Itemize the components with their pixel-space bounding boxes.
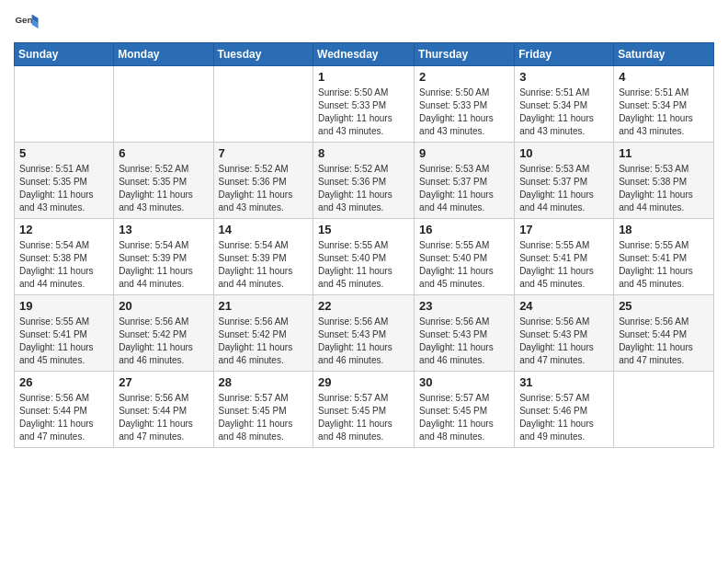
calendar-cell: 3Sunrise: 5:51 AM Sunset: 5:34 PM Daylig… <box>515 66 614 143</box>
day-number: 21 <box>219 299 309 313</box>
day-info: Sunrise: 5:52 AM Sunset: 5:35 PM Dayligh… <box>119 163 208 214</box>
calendar-cell: 21Sunrise: 5:56 AM Sunset: 5:42 PM Dayli… <box>213 295 313 372</box>
calendar-cell <box>15 66 114 143</box>
calendar-cell: 5Sunrise: 5:51 AM Sunset: 5:35 PM Daylig… <box>15 143 114 219</box>
day-number: 5 <box>19 146 108 160</box>
svg-text:Gen: Gen <box>15 15 32 25</box>
calendar-cell: 23Sunrise: 5:56 AM Sunset: 5:43 PM Dayli… <box>415 295 515 372</box>
day-info: Sunrise: 5:54 AM Sunset: 5:39 PM Dayligh… <box>219 239 309 291</box>
day-info: Sunrise: 5:56 AM Sunset: 5:44 PM Dayligh… <box>619 316 709 367</box>
day-number: 24 <box>519 299 609 313</box>
day-info: Sunrise: 5:50 AM Sunset: 5:33 PM Dayligh… <box>318 86 409 138</box>
calendar-week-row: 5Sunrise: 5:51 AM Sunset: 5:35 PM Daylig… <box>15 143 714 219</box>
day-number: 28 <box>219 375 309 389</box>
day-info: Sunrise: 5:56 AM Sunset: 5:42 PM Dayligh… <box>219 316 309 367</box>
day-number: 22 <box>318 299 409 313</box>
calendar-cell: 6Sunrise: 5:52 AM Sunset: 5:35 PM Daylig… <box>114 143 213 219</box>
weekday-header-tuesday: Tuesday <box>213 43 313 66</box>
day-info: Sunrise: 5:52 AM Sunset: 5:36 PM Dayligh… <box>219 163 309 214</box>
day-info: Sunrise: 5:57 AM Sunset: 5:45 PM Dayligh… <box>318 392 409 443</box>
calendar-cell: 11Sunrise: 5:53 AM Sunset: 5:38 PM Dayli… <box>614 143 714 219</box>
weekday-header-row: SundayMondayTuesdayWednesdayThursdayFrid… <box>15 43 714 66</box>
day-info: Sunrise: 5:54 AM Sunset: 5:38 PM Dayligh… <box>19 239 108 291</box>
day-number: 11 <box>619 146 709 160</box>
day-number: 20 <box>119 299 208 313</box>
calendar-cell: 27Sunrise: 5:56 AM Sunset: 5:44 PM Dayli… <box>114 372 213 448</box>
day-number: 25 <box>619 299 709 313</box>
day-info: Sunrise: 5:51 AM Sunset: 5:34 PM Dayligh… <box>519 86 609 138</box>
day-info: Sunrise: 5:56 AM Sunset: 5:43 PM Dayligh… <box>519 316 609 367</box>
day-number: 29 <box>318 375 409 389</box>
logo-icon: Gen <box>14 9 40 35</box>
weekday-header-monday: Monday <box>114 43 213 66</box>
weekday-header-wednesday: Wednesday <box>313 43 415 66</box>
calendar-cell: 10Sunrise: 5:53 AM Sunset: 5:37 PM Dayli… <box>515 143 614 219</box>
calendar-table: SundayMondayTuesdayWednesdayThursdayFrid… <box>14 42 714 448</box>
day-info: Sunrise: 5:55 AM Sunset: 5:40 PM Dayligh… <box>419 239 509 291</box>
day-info: Sunrise: 5:55 AM Sunset: 5:41 PM Dayligh… <box>519 239 609 291</box>
day-info: Sunrise: 5:56 AM Sunset: 5:42 PM Dayligh… <box>119 316 208 367</box>
day-number: 9 <box>419 146 509 160</box>
day-info: Sunrise: 5:51 AM Sunset: 5:35 PM Dayligh… <box>19 163 108 214</box>
day-info: Sunrise: 5:56 AM Sunset: 5:43 PM Dayligh… <box>419 316 509 367</box>
day-number: 16 <box>419 223 509 236</box>
calendar-cell <box>213 66 313 143</box>
day-number: 12 <box>19 223 108 236</box>
weekday-header-saturday: Saturday <box>614 43 714 66</box>
calendar-cell: 29Sunrise: 5:57 AM Sunset: 5:45 PM Dayli… <box>313 372 415 448</box>
calendar-cell: 13Sunrise: 5:54 AM Sunset: 5:39 PM Dayli… <box>114 219 213 295</box>
day-number: 31 <box>519 375 609 389</box>
day-number: 27 <box>119 375 208 389</box>
day-info: Sunrise: 5:51 AM Sunset: 5:34 PM Dayligh… <box>619 86 709 138</box>
weekday-header-thursday: Thursday <box>415 43 515 66</box>
day-info: Sunrise: 5:52 AM Sunset: 5:36 PM Dayligh… <box>318 163 409 214</box>
day-info: Sunrise: 5:56 AM Sunset: 5:44 PM Dayligh… <box>19 392 108 443</box>
calendar-cell: 25Sunrise: 5:56 AM Sunset: 5:44 PM Dayli… <box>614 295 714 372</box>
day-number: 3 <box>519 70 609 84</box>
calendar-cell: 7Sunrise: 5:52 AM Sunset: 5:36 PM Daylig… <box>213 143 313 219</box>
calendar-cell: 2Sunrise: 5:50 AM Sunset: 5:33 PM Daylig… <box>415 66 515 143</box>
calendar-cell: 9Sunrise: 5:53 AM Sunset: 5:37 PM Daylig… <box>415 143 515 219</box>
page-header: Gen <box>14 9 714 35</box>
day-number: 6 <box>119 146 208 160</box>
day-info: Sunrise: 5:56 AM Sunset: 5:43 PM Dayligh… <box>318 316 409 367</box>
calendar-cell <box>614 372 714 448</box>
day-info: Sunrise: 5:53 AM Sunset: 5:37 PM Dayligh… <box>419 163 509 214</box>
logo: Gen <box>14 9 43 35</box>
calendar-cell: 17Sunrise: 5:55 AM Sunset: 5:41 PM Dayli… <box>515 219 614 295</box>
calendar-cell: 28Sunrise: 5:57 AM Sunset: 5:45 PM Dayli… <box>213 372 313 448</box>
calendar-cell: 24Sunrise: 5:56 AM Sunset: 5:43 PM Dayli… <box>515 295 614 372</box>
day-info: Sunrise: 5:56 AM Sunset: 5:44 PM Dayligh… <box>119 392 208 443</box>
day-number: 19 <box>19 299 108 313</box>
calendar-cell: 16Sunrise: 5:55 AM Sunset: 5:40 PM Dayli… <box>415 219 515 295</box>
day-number: 10 <box>519 146 609 160</box>
calendar-week-row: 26Sunrise: 5:56 AM Sunset: 5:44 PM Dayli… <box>15 372 714 448</box>
calendar-cell: 18Sunrise: 5:55 AM Sunset: 5:41 PM Dayli… <box>614 219 714 295</box>
day-number: 23 <box>419 299 509 313</box>
calendar-cell: 22Sunrise: 5:56 AM Sunset: 5:43 PM Dayli… <box>313 295 415 372</box>
calendar-cell: 4Sunrise: 5:51 AM Sunset: 5:34 PM Daylig… <box>614 66 714 143</box>
day-number: 7 <box>219 146 309 160</box>
day-number: 1 <box>318 70 409 84</box>
day-number: 15 <box>318 223 409 236</box>
day-info: Sunrise: 5:57 AM Sunset: 5:46 PM Dayligh… <box>519 392 609 443</box>
day-info: Sunrise: 5:50 AM Sunset: 5:33 PM Dayligh… <box>419 86 509 138</box>
calendar-cell: 15Sunrise: 5:55 AM Sunset: 5:40 PM Dayli… <box>313 219 415 295</box>
day-info: Sunrise: 5:53 AM Sunset: 5:38 PM Dayligh… <box>619 163 709 214</box>
calendar-cell: 26Sunrise: 5:56 AM Sunset: 5:44 PM Dayli… <box>15 372 114 448</box>
day-number: 17 <box>519 223 609 236</box>
day-number: 4 <box>619 70 709 84</box>
calendar-week-row: 19Sunrise: 5:55 AM Sunset: 5:41 PM Dayli… <box>15 295 714 372</box>
calendar-week-row: 12Sunrise: 5:54 AM Sunset: 5:38 PM Dayli… <box>15 219 714 295</box>
day-info: Sunrise: 5:55 AM Sunset: 5:41 PM Dayligh… <box>619 239 709 291</box>
day-number: 8 <box>318 146 409 160</box>
calendar-cell <box>114 66 213 143</box>
day-info: Sunrise: 5:55 AM Sunset: 5:40 PM Dayligh… <box>318 239 409 291</box>
day-number: 26 <box>19 375 108 389</box>
calendar-week-row: 1Sunrise: 5:50 AM Sunset: 5:33 PM Daylig… <box>15 66 714 143</box>
day-number: 18 <box>619 223 709 236</box>
calendar-cell: 31Sunrise: 5:57 AM Sunset: 5:46 PM Dayli… <box>515 372 614 448</box>
calendar-cell: 12Sunrise: 5:54 AM Sunset: 5:38 PM Dayli… <box>15 219 114 295</box>
day-number: 13 <box>119 223 208 236</box>
day-info: Sunrise: 5:57 AM Sunset: 5:45 PM Dayligh… <box>419 392 509 443</box>
